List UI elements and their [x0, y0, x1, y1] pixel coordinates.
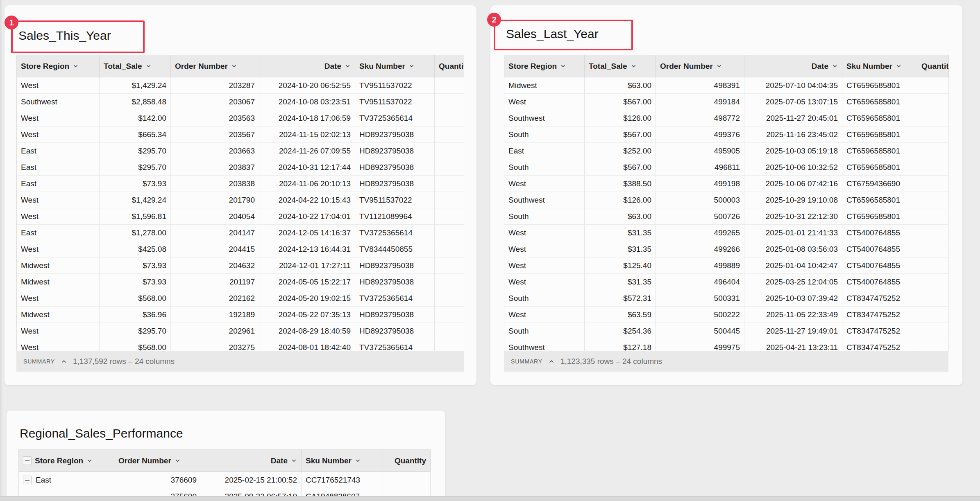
table-cell[interactable]: West [504, 176, 585, 192]
table-cell[interactable]: 2025-10-29 19:10:08 [744, 192, 842, 208]
table-cell[interactable] [917, 126, 949, 143]
table-cell[interactable] [917, 241, 949, 257]
table-cell[interactable]: 2024-11-06 20:10:13 [259, 176, 355, 192]
table-cell[interactable]: $126.00 [585, 192, 656, 208]
column-header-quantity[interactable]: Quantity [435, 55, 464, 77]
table-cell[interactable]: 500222 [656, 307, 744, 323]
table-cell[interactable]: TV3725365614 [355, 290, 435, 307]
table-cell[interactable]: West [504, 94, 585, 110]
table-cell[interactable]: 2024-10-08 03:23:51 [259, 94, 355, 110]
chevron-down-icon[interactable] [355, 458, 361, 464]
table-cell[interactable]: 201197 [171, 274, 259, 290]
table-cell[interactable]: 204632 [171, 257, 259, 274]
column-header-store-region[interactable]: Store Region [19, 450, 114, 472]
chevron-down-icon[interactable] [231, 63, 237, 69]
table-cell[interactable]: CT6596585801 [842, 126, 917, 143]
table-cell[interactable]: 499184 [656, 94, 744, 110]
table-cell[interactable]: TV3725365614 [355, 339, 435, 352]
table-cell[interactable]: 204147 [171, 225, 259, 241]
table-cell[interactable]: 500726 [656, 208, 744, 225]
table-cell[interactable]: CT6596585801 [842, 94, 917, 110]
table-cell[interactable]: CT6596585801 [842, 159, 917, 176]
table-cell[interactable] [435, 225, 464, 241]
table-cell[interactable]: CT6596585801 [842, 77, 917, 94]
table-cell[interactable]: West [17, 77, 100, 94]
table-cell[interactable]: $254.36 [585, 323, 656, 339]
table-cell[interactable]: $73.93 [100, 176, 171, 192]
table-cell[interactable]: 496811 [656, 159, 744, 176]
table-cell[interactable]: TV9511537022 [355, 94, 435, 110]
table-cell[interactable]: West [17, 290, 100, 307]
table-cell[interactable]: Southwest [504, 339, 585, 352]
table-cell[interactable]: East [19, 472, 114, 488]
table-cell[interactable]: $63.59 [585, 307, 656, 323]
table-cell[interactable] [917, 274, 949, 290]
table-cell[interactable]: $127.18 [585, 339, 656, 352]
table-cell[interactable]: 2024-05-22 07:35:13 [259, 307, 355, 323]
table-cell[interactable]: $568.00 [100, 339, 171, 352]
table-cell[interactable]: 2025-10-03 07:39:42 [744, 290, 842, 307]
table-cell[interactable] [917, 143, 949, 159]
table-cell[interactable]: CT5400764855 [842, 241, 917, 257]
table-cell[interactable] [435, 290, 464, 307]
table-cell[interactable]: 496404 [656, 274, 744, 290]
table-cell[interactable] [917, 307, 949, 323]
table-cell[interactable]: 2024-10-18 17:06:59 [259, 110, 355, 126]
table-cell[interactable]: West [17, 126, 100, 143]
column-header-store-region[interactable]: Store Region [504, 55, 585, 77]
table-cell[interactable]: South [504, 323, 585, 339]
table-cell[interactable]: HD8923795038 [355, 126, 435, 143]
table-cell[interactable]: 2025-02-15 21:00:52 [201, 472, 302, 488]
table-cell[interactable]: HD8923795038 [355, 307, 435, 323]
table-cell[interactable]: 376609 [114, 472, 201, 488]
table-cell[interactable]: CT5400764855 [842, 274, 917, 290]
chevron-down-icon[interactable] [175, 458, 181, 464]
table-cell[interactable]: $31.35 [585, 225, 656, 241]
table-cell[interactable]: HD8923795038 [355, 257, 435, 274]
table-cell[interactable]: West [504, 257, 585, 274]
table-cell[interactable]: 499265 [656, 225, 744, 241]
table-cell[interactable] [435, 143, 464, 159]
column-header-total-sale[interactable]: Total_Sale [585, 55, 656, 77]
table-cell[interactable]: $142.00 [100, 110, 171, 126]
chevron-down-icon[interactable] [560, 63, 566, 69]
table-cell[interactable]: 2024-05-05 15:22:17 [259, 274, 355, 290]
table-cell[interactable]: 2024-12-01 17:27:11 [259, 257, 355, 274]
table-cell[interactable]: 2025-04-21 13:23:11 [744, 339, 842, 352]
table-cell[interactable]: 500445 [656, 323, 744, 339]
table-cell[interactable]: 2024-10-22 17:04:01 [259, 208, 355, 225]
chevron-up-icon[interactable] [548, 358, 555, 365]
table-cell[interactable]: $425.08 [100, 241, 171, 257]
table-cell[interactable]: TV9511537022 [355, 192, 435, 208]
table-cell[interactable]: HD8923795038 [355, 176, 435, 192]
table-cell[interactable] [917, 77, 949, 94]
table-cell[interactable]: $63.00 [585, 77, 656, 94]
table-cell[interactable]: $36.96 [100, 307, 171, 323]
chevron-down-icon[interactable] [716, 63, 722, 69]
table-cell[interactable]: $295.70 [100, 323, 171, 339]
table-cell[interactable]: 2024-10-31 12:17:44 [259, 159, 355, 176]
table-cell[interactable] [917, 257, 949, 274]
table-cell[interactable]: $125.40 [585, 257, 656, 274]
collapse-minus-icon[interactable] [23, 476, 32, 484]
table-cell[interactable]: East [17, 159, 100, 176]
table-cell[interactable]: CT6596585801 [842, 143, 917, 159]
table-cell[interactable]: $63.00 [585, 208, 656, 225]
table-cell[interactable] [917, 208, 949, 225]
table-cell[interactable]: CT5400764855 [842, 225, 917, 241]
column-header-quantity[interactable]: Quantity [383, 450, 431, 472]
table-cell[interactable] [917, 323, 949, 339]
table-cell[interactable]: 203067 [171, 94, 259, 110]
table-cell[interactable]: West [17, 323, 100, 339]
table-cell[interactable]: 2025-03-25 12:04:05 [744, 274, 842, 290]
table-cell[interactable]: 2025-11-05 22:33:49 [744, 307, 842, 323]
table-cell[interactable] [435, 339, 464, 352]
table-cell[interactable]: $1,429.24 [100, 192, 171, 208]
table-cell[interactable]: CT8347475252 [842, 290, 917, 307]
column-header-order-number[interactable]: Order Number [114, 450, 201, 472]
table-cell[interactable] [435, 208, 464, 225]
table-cell[interactable]: Southwest [17, 94, 100, 110]
table-cell[interactable]: 2024-10-20 06:52:55 [259, 77, 355, 94]
table-cell[interactable]: 2025-11-27 20:45:01 [744, 110, 842, 126]
table-cell[interactable] [435, 110, 464, 126]
